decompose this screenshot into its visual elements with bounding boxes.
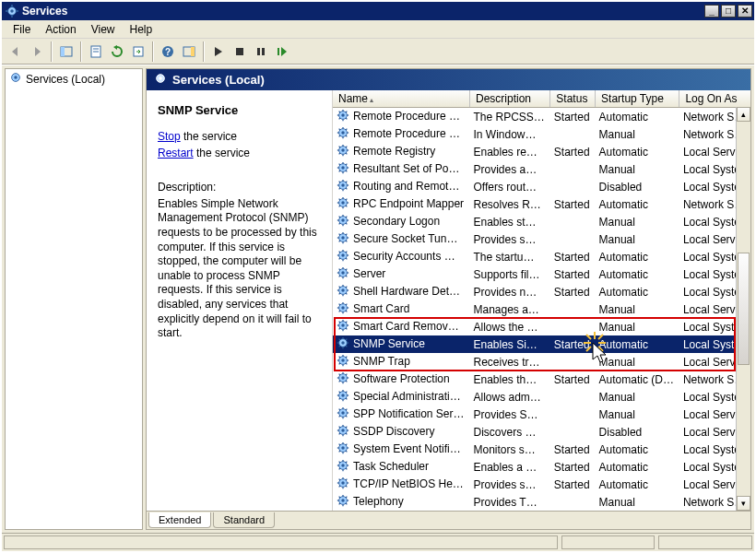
svg-line-153 [339,328,340,329]
service-startup: Manual [596,160,679,178]
properties-button[interactable] [86,41,106,62]
service-status: Started [550,265,596,283]
gear-icon [337,284,349,300]
table-row[interactable]: RPC Endpoint MapperResolves R…StartedAut… [333,195,750,213]
svg-line-62 [346,164,347,165]
svg-rect-15 [191,47,195,56]
column-header-logon[interactable]: Log On As [679,90,750,108]
toolbar: ? [2,39,754,65]
svg-line-141 [346,311,347,312]
column-header-name[interactable]: Name▴ [333,90,470,108]
service-startup: Automatic [596,335,679,353]
export-button[interactable] [128,41,148,62]
gear-icon [337,319,349,335]
service-desc: Provides n… [470,283,550,300]
start-service-button[interactable] [208,41,229,62]
table-row[interactable]: Routing and Remot…Offers rout…DisabledLo… [333,178,750,195]
service-desc: Provides s… [470,230,550,248]
table-row[interactable]: Remote Procedure …The RPCSS…StartedAutom… [333,108,750,126]
table-row[interactable]: SNMP TrapReceives tr…ManualLocal Service [333,353,750,371]
table-row[interactable]: TCP/IP NetBIOS He…Provides s…StartedAuto… [333,476,750,493]
table-row[interactable]: Secure Socket Tun…Provides s…ManualLocal… [333,230,750,248]
close-button[interactable]: ✕ [738,5,752,18]
scroll-track[interactable] [737,122,750,496]
svg-point-35 [341,131,345,135]
table-row[interactable]: SPP Notification Ser…Provides S…ManualLo… [333,406,750,423]
svg-line-241 [346,486,347,487]
table-row[interactable]: Remote RegistryEnables re…StartedAutomat… [333,143,750,160]
back-button[interactable] [6,41,26,62]
gear-icon [337,459,349,475]
svg-line-223 [339,451,340,452]
description-label: Description: [158,181,321,195]
table-row[interactable]: Remote Procedure …In Window…ManualNetwor… [333,125,750,143]
action-pane-button[interactable] [179,41,199,62]
minimize-button[interactable]: _ [704,5,719,18]
gear-icon [337,249,349,265]
service-name: Secondary Logon [353,215,440,228]
service-name: Routing and Remot… [353,180,459,193]
scroll-thumb[interactable] [738,253,750,365]
service-startup: Manual [596,230,679,248]
column-header-description[interactable]: Description [470,90,550,108]
svg-rect-17 [257,48,260,55]
menu-action[interactable]: Action [38,21,83,38]
table-row[interactable]: Smart CardManages a…ManualLocal Service [333,300,750,318]
svg-line-93 [339,223,340,224]
maximize-button[interactable]: □ [721,5,736,18]
table-row[interactable]: Security Accounts …The startu…StartedAut… [333,248,750,265]
table-row[interactable]: TelephonyProvides T…ManualNetwork S… [333,493,750,511]
svg-line-212 [346,427,347,428]
menu-file[interactable]: File [6,21,38,38]
gear-icon [6,5,18,18]
tab-extended[interactable]: Extended [148,512,211,528]
table-row[interactable]: Task SchedulerEnables a …StartedAutomati… [333,458,750,476]
svg-line-132 [346,287,347,288]
vertical-scrollbar[interactable]: ▴ ▾ [736,107,750,511]
service-desc: In Window… [470,125,550,143]
gear-icon [337,424,349,440]
stop-service-button[interactable] [230,41,250,62]
menu-help[interactable]: Help [123,21,160,38]
svg-line-200 [339,409,340,410]
svg-line-220 [339,444,340,445]
services-table-wrap: Name▴ Description Status Startup Type Lo… [333,90,750,511]
pause-service-button[interactable] [251,41,271,62]
table-row[interactable]: ServerSupports fil…StartedAutomaticLocal… [333,265,750,283]
table-row[interactable]: Special Administrati…Allows adm…ManualLo… [333,388,750,406]
table-row[interactable]: SSDP DiscoveryDiscovers …DisabledLocal S… [333,423,750,441]
table-row[interactable]: Resultant Set of Po…Provides a…ManualLoc… [333,160,750,178]
scroll-up-button[interactable]: ▴ [737,107,750,122]
svg-point-95 [341,236,345,240]
table-row[interactable]: System Event Notifi…Monitors s…StartedAu… [333,441,750,458]
column-header-status[interactable]: Status [550,90,596,108]
menu-view[interactable]: View [84,21,123,38]
tab-standard[interactable]: Standard [213,512,275,528]
service-status [550,300,596,318]
tree-pane: Services (Local) [5,68,143,530]
help-button[interactable]: ? [158,41,178,62]
service-name: SNMP Trap [353,355,410,368]
restart-service-button[interactable] [272,41,292,62]
svg-line-100 [339,234,340,235]
table-row[interactable]: Software ProtectionEnables th…StartedAut… [333,371,750,388]
service-status: Started [550,458,596,476]
refresh-button[interactable] [107,41,127,62]
tree-root-services-local[interactable]: Services (Local) [6,69,142,88]
forward-button[interactable] [27,41,47,62]
statusbar-cell [658,535,752,549]
table-row[interactable]: Shell Hardware Det…Provides n…StartedAut… [333,283,750,300]
gear-icon [337,494,349,510]
column-header-startup[interactable]: Startup Type [596,90,679,108]
show-hide-tree-button[interactable] [56,41,77,62]
service-desc: Monitors s… [470,441,550,458]
svg-line-133 [339,293,340,294]
svg-line-92 [346,217,347,218]
restart-service-link[interactable]: Restart [158,147,194,159]
scroll-down-button[interactable]: ▾ [737,496,750,511]
table-row[interactable]: Secondary LogonEnables st…ManualLocal Sy… [333,213,750,230]
table-row[interactable]: Smart Card Remov…Allows the …ManualLocal… [333,318,750,335]
svg-line-181 [346,381,347,382]
stop-service-link[interactable]: Stop [158,130,181,143]
table-row[interactable]: SNMP ServiceEnables Si…StartedAutomaticL… [333,335,750,353]
